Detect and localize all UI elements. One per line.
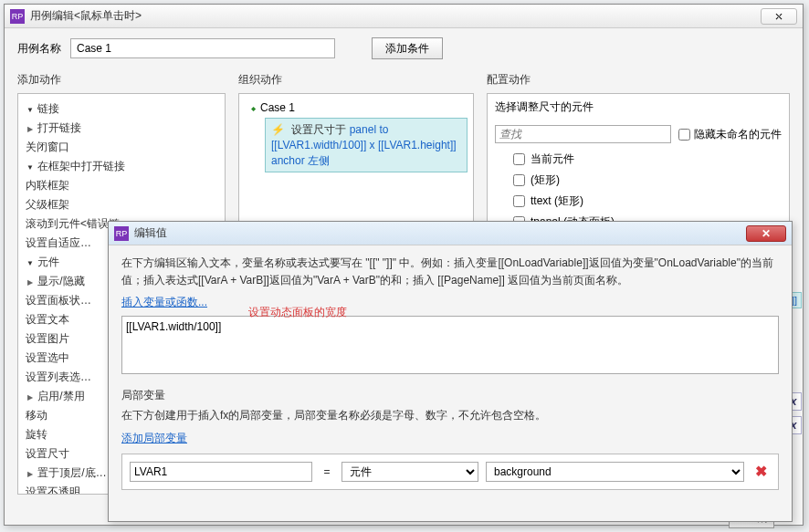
local-var-target-select[interactable]: background xyxy=(486,462,744,482)
cfg-item-ttext[interactable]: ttext (矩形) xyxy=(513,191,782,212)
edit-value-dialog: RP 编辑值 ✕ 在下方编辑区输入文本，变量名称或表达式要写在 "[[" "]]… xyxy=(108,221,793,522)
local-var-title: 局部变量 xyxy=(121,388,779,403)
add-local-var-link[interactable]: 添加局部变量 xyxy=(121,432,187,444)
hide-unnamed-box[interactable] xyxy=(678,129,690,141)
local-var-name-input[interactable] xyxy=(130,462,312,482)
case-name-label: 用例名称 xyxy=(17,41,61,57)
add-action-label: 添加动作 xyxy=(17,72,226,88)
cfg-item-rect[interactable]: (矩形) xyxy=(513,170,782,191)
insert-variable-link[interactable]: 插入变量或函数... xyxy=(121,296,207,308)
edit-title: 编辑值 xyxy=(134,225,746,241)
organize-action-item[interactable]: ⚡ 设置尺寸于 panel to [[LVAR1.width/100]] x [… xyxy=(265,118,468,172)
tree-parent-frame[interactable]: 父级框架 xyxy=(22,195,221,214)
edit-titlebar: RP 编辑值 ✕ xyxy=(109,222,792,245)
cfg-item-current[interactable]: 当前元件 xyxy=(513,149,782,170)
bolt-icon: ⚡ xyxy=(271,123,285,136)
configure-label: 配置动作 xyxy=(487,72,790,88)
main-titlebar: RP 用例编辑<鼠标单击时> ⤬ xyxy=(5,5,803,28)
hide-unnamed-checkbox[interactable]: 隐藏未命名的元件 xyxy=(678,127,782,142)
edit-body: 在下方编辑区输入文本，变量名称或表达式要写在 "[[" "]]" 中。例如：插入… xyxy=(109,245,792,499)
app-icon: RP xyxy=(10,9,25,24)
configure-search-row: 隐藏未命名的元件 xyxy=(488,121,789,147)
local-var-type-select[interactable]: 元件 xyxy=(341,462,478,482)
edit-app-icon: RP xyxy=(114,226,129,241)
edit-help-text: 在下方编辑区输入文本，变量名称或表达式要写在 "[[" "]]" 中。例如：插入… xyxy=(121,255,779,289)
local-var-row: = 元件 background ✖ xyxy=(121,454,779,490)
main-close-button[interactable]: ⤬ xyxy=(761,8,797,25)
tree-open-in-frame[interactable]: 在框架中打开链接 xyxy=(22,157,221,176)
configure-search-input[interactable] xyxy=(495,125,671,143)
organize-action-label: 设置尺寸于 xyxy=(291,123,346,136)
configure-heading: 选择调整尺寸的元件 xyxy=(488,94,789,121)
case-name-row: 用例名称 添加条件 xyxy=(17,37,790,59)
organize-label: 组织动作 xyxy=(238,72,474,88)
tree-open-link[interactable]: 打开链接 xyxy=(22,119,221,138)
tree-links[interactable]: 链接 xyxy=(22,99,221,119)
local-var-help: 在下方创建用于插入fx的局部变量，局部变量名称必须是字母、数字，不允许包含空格。 xyxy=(121,407,779,424)
organize-case-node[interactable]: ⬥ Case 1 xyxy=(245,99,468,116)
tree-inner-frame[interactable]: 内联框架 xyxy=(22,176,221,195)
add-condition-button[interactable]: 添加条件 xyxy=(372,37,443,59)
expression-textarea[interactable]: [[LVAR1.width/100]] xyxy=(121,316,779,374)
main-title: 用例编辑<鼠标单击时> xyxy=(30,8,761,24)
tree-close-window[interactable]: 关闭窗口 xyxy=(22,138,221,157)
delete-var-button[interactable]: ✖ xyxy=(751,463,771,480)
equals-label: = xyxy=(320,465,334,478)
hide-unnamed-label: 隐藏未命名的元件 xyxy=(694,127,782,142)
edit-close-button[interactable]: ✕ xyxy=(746,225,786,242)
organize-case-name: Case 1 xyxy=(260,101,295,114)
case-name-input[interactable] xyxy=(70,38,335,58)
